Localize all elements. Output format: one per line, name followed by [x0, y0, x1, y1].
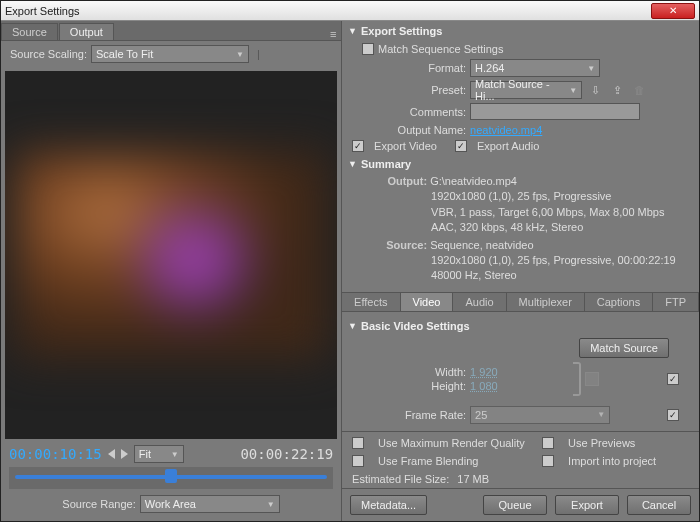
source-scaling-dropdown[interactable]: Scale To Fit▼: [91, 45, 249, 63]
window-title: Export Settings: [5, 5, 651, 17]
tab-multiplexer[interactable]: Multiplexer: [507, 293, 585, 311]
tab-audio[interactable]: Audio: [453, 293, 506, 311]
preset-label: Preset:: [348, 84, 466, 96]
format-label: Format:: [348, 62, 466, 74]
import-preset-icon[interactable]: ⇪: [608, 81, 626, 99]
export-video-checkbox[interactable]: ✓: [352, 140, 364, 152]
divider: |: [257, 48, 260, 60]
import-project-checkbox[interactable]: [542, 455, 554, 467]
match-sequence-checkbox[interactable]: [362, 43, 374, 55]
export-audio-label: Export Audio: [477, 140, 539, 152]
timecode-in[interactable]: 00:00:10:15: [9, 446, 102, 462]
frame-rate-match-checkbox[interactable]: ✓: [667, 409, 679, 421]
save-preset-icon[interactable]: ⇩: [586, 81, 604, 99]
queue-button[interactable]: Queue: [483, 495, 547, 515]
summary-header[interactable]: ▼ Summary: [342, 154, 699, 174]
titlebar: Export Settings ✕: [1, 1, 699, 21]
max-quality-label: Use Maximum Render Quality: [378, 437, 528, 449]
export-settings-window: Export Settings ✕ Source Output ≡ Source…: [0, 0, 700, 522]
detail-tabs: Effects Video Audio Multiplexer Captions…: [342, 292, 699, 312]
next-frame-icon[interactable]: [121, 449, 128, 459]
summary-source: Source: Sequence, neatvideo 1920x1080 (1…: [342, 238, 699, 286]
preset-dropdown[interactable]: Match Source - Hi...▼: [470, 81, 582, 99]
timecode-row: 00:00:10:15 Fit▼ 00:00:22:19: [1, 443, 341, 465]
close-button[interactable]: ✕: [651, 3, 695, 19]
output-name-label: Output Name:: [348, 124, 466, 136]
preview-pane: Source Output ≡ Source Scaling: Scale To…: [1, 21, 342, 521]
source-range-dropdown[interactable]: Work Area▼: [140, 495, 280, 513]
export-settings-header[interactable]: ▼ Export Settings: [342, 21, 699, 41]
chevron-down-icon: ▼: [236, 50, 244, 59]
chevron-down-icon: ▼: [597, 410, 605, 419]
cancel-button[interactable]: Cancel: [627, 495, 691, 515]
frame-rate-dropdown[interactable]: 25▼: [470, 406, 610, 424]
video-preview[interactable]: [5, 71, 337, 439]
source-scaling-label: Source Scaling:: [7, 48, 87, 60]
max-quality-checkbox[interactable]: [352, 437, 364, 449]
tab-output[interactable]: Output: [59, 23, 114, 40]
use-previews-label: Use Previews: [568, 437, 635, 449]
tab-ftp[interactable]: FTP: [653, 293, 699, 311]
dimensions-match-checkbox[interactable]: ✓: [667, 373, 679, 385]
frame-rate-label: Frame Rate:: [348, 409, 466, 421]
disclosure-triangle-icon: ▼: [348, 159, 357, 169]
source-range-label: Source Range:: [62, 498, 135, 510]
match-sequence-label: Match Sequence Settings: [378, 43, 503, 55]
export-video-label: Export Video: [374, 140, 437, 152]
frame-blending-checkbox[interactable]: [352, 455, 364, 467]
tab-captions[interactable]: Captions: [585, 293, 653, 311]
basic-video-header[interactable]: ▼ Basic Video Settings: [342, 316, 699, 336]
delete-preset-icon[interactable]: 🗑: [630, 81, 648, 99]
zoom-fit-dropdown[interactable]: Fit▼: [134, 445, 184, 463]
disclosure-triangle-icon: ▼: [348, 321, 357, 331]
height-label: Height:: [348, 380, 466, 392]
comments-input[interactable]: [470, 103, 640, 120]
frame-blending-label: Use Frame Blending: [378, 455, 528, 467]
prev-frame-icon[interactable]: [108, 449, 115, 459]
format-dropdown[interactable]: H.264▼: [470, 59, 600, 77]
timeline[interactable]: [9, 467, 333, 489]
settings-pane: ▼ Export Settings Match Sequence Setting…: [342, 21, 699, 521]
chevron-down-icon: ▼: [171, 450, 179, 459]
height-value[interactable]: 1 080: [470, 380, 498, 392]
link-bracket-icon: [573, 362, 581, 396]
chevron-down-icon: ▼: [267, 500, 275, 509]
tab-video[interactable]: Video: [401, 293, 454, 311]
width-value[interactable]: 1 920: [470, 366, 498, 378]
metadata-button[interactable]: Metadata...: [350, 495, 427, 515]
preview-tabs: Source Output ≡: [1, 21, 341, 41]
tab-effects[interactable]: Effects: [342, 293, 400, 311]
use-previews-checkbox[interactable]: [542, 437, 554, 449]
panel-menu-icon[interactable]: ≡: [325, 28, 341, 40]
output-name-link[interactable]: neatvideo.mp4: [470, 124, 542, 136]
preview-frame: [15, 151, 327, 359]
link-dimensions-toggle[interactable]: [585, 372, 599, 386]
dialog-buttons: Metadata... Queue Export Cancel: [342, 488, 699, 521]
playhead-icon[interactable]: [165, 469, 177, 483]
export-audio-checkbox[interactable]: ✓: [455, 140, 467, 152]
summary-output: Output: G:\neatvideo.mp4 1920x1080 (1,0)…: [342, 174, 699, 238]
comments-label: Comments:: [348, 106, 466, 118]
width-label: Width:: [348, 366, 466, 378]
export-button[interactable]: Export: [555, 495, 619, 515]
chevron-down-icon: ▼: [569, 86, 577, 95]
import-project-label: Import into project: [568, 455, 656, 467]
estimated-size-value: 17 MB: [457, 473, 489, 485]
estimated-size-label: Estimated File Size:: [352, 473, 449, 485]
match-source-button[interactable]: Match Source: [579, 338, 669, 358]
chevron-down-icon: ▼: [587, 64, 595, 73]
timecode-out: 00:00:22:19: [240, 446, 333, 462]
disclosure-triangle-icon: ▼: [348, 26, 357, 36]
tab-source[interactable]: Source: [1, 23, 58, 40]
